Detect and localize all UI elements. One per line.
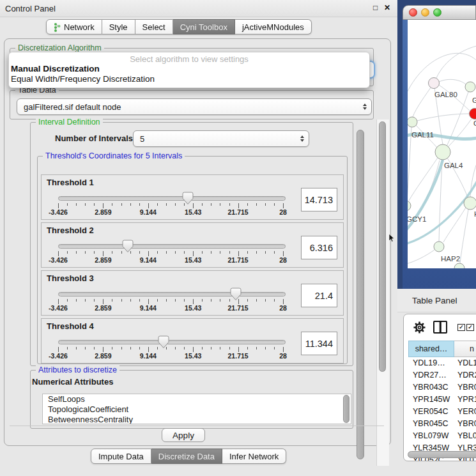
bottom-tab-discretize-data[interactable]: Discretize Data — [151, 449, 222, 464]
slider-tick — [238, 203, 239, 208]
threshold-value-field[interactable]: 6.316 — [301, 236, 337, 259]
inner-scrollbar[interactable] — [357, 130, 364, 459]
checkbox-icon[interactable]: ✓ — [457, 324, 465, 331]
apply-button[interactable]: Apply — [162, 428, 205, 442]
algorithm-option-equal-width-frequency-discretization[interactable]: Equal Width/Frequency Discretization — [11, 74, 364, 84]
table-data-combo-value: galFiltered.sif default node — [24, 102, 121, 112]
threshold-value-field[interactable]: 21.4 — [301, 284, 337, 307]
panel-scrollbar-track[interactable] — [376, 119, 389, 466]
slider-tick — [139, 203, 140, 206]
slider-tick — [148, 299, 149, 304]
slider-tick — [211, 347, 211, 349]
attributes-list-scrollbar[interactable] — [343, 395, 349, 423]
slider-thumb[interactable] — [182, 192, 194, 205]
network-node[interactable] — [408, 117, 417, 127]
slider-thumb[interactable] — [158, 335, 169, 349]
slider-track[interactable] — [58, 244, 286, 249]
network-edge[interactable] — [409, 158, 438, 201]
combo-stepper-icon — [300, 135, 304, 142]
network-edge[interactable] — [448, 119, 472, 147]
slider-thumb[interactable] — [122, 240, 134, 253]
threshold-panel-4: Threshold 4-3.4262.8599.14415.4321.71528… — [41, 318, 344, 364]
zoom-traffic-light-icon[interactable] — [433, 8, 441, 17]
attribute-item-topologicalcoefficient[interactable]: TopologicalCoefficient — [43, 404, 351, 415]
tab-cyni-toolbox[interactable]: Cyni Toolbox — [173, 19, 235, 35]
attributes-group-title: Attributes to discretize — [36, 365, 119, 374]
threshold-panel-3: Threshold 3-3.4262.8599.14415.4321.71528… — [41, 270, 344, 316]
number-of-intervals-combo[interactable]: 5 — [133, 130, 309, 147]
network-icon — [54, 22, 61, 32]
tab-select[interactable]: Select — [135, 19, 173, 35]
table-horizontal-scrollbar[interactable] — [408, 451, 476, 458]
slider-tick — [274, 251, 275, 254]
slider-tick — [238, 347, 239, 352]
algorithm-option-manual-discretization[interactable]: Manual Discretization — [11, 64, 364, 74]
minimize-traffic-light-icon[interactable] — [421, 8, 429, 17]
network-node[interactable] — [454, 263, 464, 268]
table-row[interactable]: YBR045CYBR0 — [408, 419, 476, 431]
tab-network[interactable]: Network — [46, 19, 102, 35]
tab-label: Style — [109, 22, 128, 32]
attribute-item-betweennesscentrality[interactable]: BetweennessCentrality — [43, 415, 351, 424]
network-node[interactable] — [470, 109, 476, 119]
table-data-combo[interactable]: galFiltered.sif default node — [17, 98, 372, 115]
network-canvas[interactable]: GAL80GCGAL11GAL4GCY1HHAP2 — [408, 20, 476, 268]
column-header-name[interactable]: n — [454, 341, 476, 357]
slider-track[interactable] — [58, 292, 286, 296]
network-node[interactable] — [429, 78, 440, 89]
network-node[interactable] — [465, 82, 475, 92]
close-traffic-light-icon[interactable] — [409, 8, 417, 17]
checkbox-icon[interactable]: ✓ — [466, 324, 474, 331]
network-edge[interactable] — [436, 45, 476, 78]
table-row[interactable]: YER054CYER0 — [408, 407, 476, 419]
slider-tick — [166, 203, 167, 206]
network-edge[interactable] — [460, 210, 468, 263]
gear-icon[interactable] — [413, 321, 426, 334]
network-node[interactable] — [434, 242, 444, 252]
bottom-tab-bar: Impute DataDiscretize DataInfer Network — [91, 449, 286, 464]
slider-tick-label: 15.43 — [185, 304, 201, 312]
table-row[interactable]: YBR043CYBR0 — [408, 383, 476, 395]
attribute-item-selfloops[interactable]: SelfLoops — [43, 394, 351, 404]
slider-tick — [76, 251, 77, 254]
column-header-shared-name[interactable]: shared… — [408, 341, 454, 357]
table-row[interactable]: YBL079WYBL0 — [408, 431, 476, 443]
network-window-titlebar[interactable] — [403, 5, 476, 20]
network-edge[interactable] — [408, 250, 434, 264]
cell-name: YPR1 — [457, 395, 476, 404]
slider-track[interactable] — [58, 340, 286, 344]
numerical-attributes-list[interactable]: SelfLoopsTopologicalCoefficientBetweenne… — [42, 394, 351, 424]
cell-shared-name: YBR043C — [413, 383, 449, 392]
table-row[interactable]: YDR27…YDR2 — [408, 371, 476, 383]
threshold-value-field[interactable]: 11.344 — [301, 332, 337, 355]
slider-tick — [67, 347, 68, 349]
float-window-icon[interactable]: □ — [373, 3, 378, 12]
slider-tick-label: 9.144 — [140, 208, 157, 216]
network-node[interactable] — [408, 201, 411, 211]
slider-track[interactable] — [58, 196, 286, 201]
column-header-label: shared… — [415, 344, 448, 353]
tab-style[interactable]: Style — [102, 19, 135, 35]
slider-thumb[interactable] — [230, 288, 242, 301]
slider-tick — [274, 347, 275, 349]
columns-icon[interactable] — [433, 321, 447, 334]
panel-scrollbar-thumb[interactable] — [379, 121, 386, 372]
network-edge[interactable] — [408, 53, 476, 96]
network-edge[interactable] — [417, 114, 469, 121]
table-panel: ✓ ✓ shared… n YDL19…YDL1YDR27…YDR2YBR043… — [403, 314, 476, 461]
network-node[interactable] — [464, 197, 476, 210]
network-edge[interactable] — [413, 83, 434, 117]
network-edge[interactable] — [439, 79, 466, 84]
bottom-tab-infer-network[interactable]: Infer Network — [222, 449, 286, 464]
table-row[interactable]: YPR145WYPR1 — [408, 395, 476, 407]
slider-tick — [166, 299, 167, 302]
table-row[interactable]: YDL19…YDL1 — [408, 358, 476, 371]
tab-jactivemnodules[interactable]: jActiveMNodules — [235, 19, 312, 35]
bottom-tab-impute-data[interactable]: Impute Data — [91, 449, 151, 464]
network-node[interactable] — [435, 144, 450, 160]
slider-tick — [103, 203, 104, 208]
threshold-value-field[interactable]: 14.713 — [301, 188, 337, 211]
network-edge[interactable] — [443, 208, 466, 242]
slider-tick — [94, 203, 95, 206]
close-icon[interactable]: ✕ — [384, 3, 390, 12]
